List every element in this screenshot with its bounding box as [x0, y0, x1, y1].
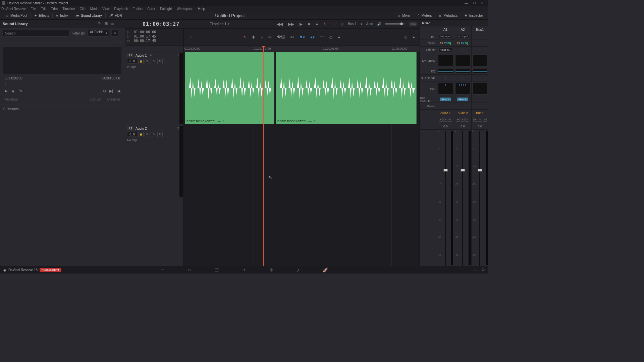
next-icon[interactable]: › [120, 40, 121, 44]
play-icon[interactable]: ▶ [300, 22, 303, 26]
eq-graph[interactable] [437, 68, 454, 75]
pan-control[interactable] [437, 81, 454, 96]
menu-item[interactable]: Trim [51, 7, 58, 11]
list-view-icon[interactable]: ☰ [110, 21, 115, 26]
settings-icon[interactable]: ⎚ [341, 22, 343, 26]
auto-label[interactable]: Auto [366, 22, 373, 26]
minimize-button[interactable]: — [462, 1, 470, 5]
prev-clip-icon[interactable]: |◀ [116, 89, 120, 93]
effects-slot[interactable]: Noise R... [437, 47, 454, 53]
automation-tool-icon[interactable]: 〰 [320, 35, 324, 40]
play-out-icon[interactable]: ▷ [127, 35, 131, 38]
pan-control[interactable] [472, 81, 488, 96]
bus-output[interactable]: Bus 1 [454, 96, 471, 103]
deliver-page-icon[interactable]: 🚀 [323, 267, 328, 273]
dot-icon[interactable]: ● [338, 35, 340, 40]
track-header-a2[interactable]: A2 Audio 2 2.0 0.0 🔒 R S M No Clip [125, 125, 183, 198]
dynamics-graph[interactable] [472, 53, 488, 68]
media-pool-toggle[interactable]: ▭ Media Pool [3, 14, 30, 17]
cancel-button[interactable]: Cancel [90, 97, 101, 101]
bus-sends[interactable]: + [454, 75, 471, 81]
menu-item[interactable]: Help [198, 7, 205, 11]
bus-label[interactable]: Bus 1 [348, 22, 357, 26]
media-page-icon[interactable]: ▭ [160, 267, 164, 273]
options-icon[interactable]: ⋯ [117, 21, 122, 26]
lock-button[interactable]: 🔒 [138, 132, 144, 137]
effects-slot[interactable]: + [454, 47, 471, 53]
audio-clip[interactable]: RODE PODCASTER.mov_1 [185, 52, 274, 124]
link-icon[interactable]: ⚯ [290, 35, 294, 40]
edit-page-icon[interactable]: ☷ [215, 267, 219, 273]
menu-item[interactable]: Color [147, 7, 155, 11]
mute-button[interactable]: M [157, 59, 163, 64]
track-volume[interactable]: 0.0 [127, 59, 137, 64]
play-in-icon[interactable]: ▷ [127, 30, 131, 34]
grid-view-icon[interactable]: ▦ [103, 21, 109, 26]
group-slot[interactable] [437, 103, 454, 110]
menu-item[interactable]: View [102, 7, 110, 11]
settings-icon[interactable]: ⚙ [481, 267, 485, 272]
input-slot[interactable]: No Input [454, 33, 471, 40]
fairlight-page-icon[interactable]: ♪ [297, 267, 299, 273]
keyframe-icon[interactable]: ◇ [329, 35, 332, 40]
filter-field-select[interactable]: All Fields [88, 30, 109, 37]
dim-button[interactable]: DIM [409, 22, 417, 26]
playhead[interactable] [263, 46, 264, 266]
search-input[interactable] [3, 30, 70, 37]
meters-toggle[interactable]: ▯ Meters [415, 14, 435, 17]
menu-item[interactable]: Timeline [62, 7, 75, 11]
next-clip-icon[interactable]: ▶| [109, 89, 113, 93]
stop-icon[interactable]: ■ [12, 89, 14, 93]
timecode-display[interactable]: 01:00:03:27 [143, 21, 179, 27]
effects-slot[interactable]: + [472, 47, 488, 53]
audio-clip[interactable]: RODE PODCASTER.mov_1 [276, 52, 417, 124]
bus-output[interactable]: Bus 1 [437, 96, 454, 103]
flag-icon[interactable]: ⚑▾ [299, 35, 305, 40]
fader[interactable]: 0-5-10-15-20-30-40-50 [454, 130, 471, 266]
dynamics-graph[interactable] [454, 53, 471, 68]
edit-tool-icon[interactable]: ⎀ [261, 35, 263, 40]
solo-button[interactable]: S [151, 59, 156, 64]
track-name[interactable]: Audio 1 [136, 54, 147, 57]
razor-tool-icon[interactable]: ✂ [268, 35, 272, 40]
fader[interactable]: 0-5-10-15-20-30-40-50 [472, 130, 488, 266]
track-header-a1[interactable]: A1 Audio 1 fx 1.0 0.0 🔒 R S M 2 Clips [125, 52, 183, 125]
home-icon[interactable]: ⌂ [474, 267, 477, 272]
stop-icon[interactable]: ■ [308, 22, 310, 26]
sort-icon[interactable]: ⇅ [97, 21, 102, 26]
effects-toggle[interactable]: ✦ Effects [32, 14, 52, 17]
mixer-toggle[interactable]: ⎚ Mixer [395, 14, 413, 17]
confirm-button[interactable]: Confirm [107, 97, 120, 101]
prev-icon[interactable]: ‹ [117, 40, 118, 44]
group-slot[interactable] [472, 103, 488, 110]
arm-button[interactable]: R [145, 59, 150, 64]
bus-sends[interactable]: + [437, 75, 454, 81]
inspector-toggle[interactable]: ✥ Inspector [462, 14, 486, 17]
menu-item[interactable]: Clip [80, 7, 86, 11]
loop-icon[interactable]: ↻ [323, 22, 327, 26]
maximize-button[interactable]: ☐ [470, 1, 478, 5]
menu-item[interactable]: Fusion [132, 7, 143, 11]
close-button[interactable]: ✕ [478, 1, 486, 5]
forward-icon[interactable]: ▶▶ [288, 22, 294, 26]
menu-item[interactable]: DaVinci Resolve [1, 7, 26, 11]
solo-button[interactable]: S [151, 132, 156, 137]
color-page-icon[interactable]: ❋ [270, 267, 273, 273]
bus-output[interactable] [472, 96, 488, 103]
filter-options-button[interactable]: ≡ [112, 30, 118, 37]
record-icon[interactable]: ● [316, 22, 318, 26]
selection-tool-icon[interactable]: ↖ [243, 35, 247, 40]
arm-button[interactable]: R [145, 132, 150, 137]
automation-icon[interactable]: 〰 [333, 22, 337, 26]
loop-icon[interactable]: ↻ [19, 89, 22, 93]
menu-item[interactable]: Edit [41, 7, 46, 11]
track-lane-a2[interactable] [184, 125, 420, 198]
fusion-page-icon[interactable]: ✦ [243, 267, 246, 273]
input-slot[interactable] [472, 33, 488, 40]
eq-graph[interactable] [454, 68, 471, 75]
dynamics-graph[interactable] [437, 53, 454, 68]
mute-button[interactable]: M [157, 132, 163, 137]
range-tool-icon[interactable]: ✚ [252, 35, 255, 40]
lock-button[interactable]: 🔒 [138, 59, 144, 64]
preview-scrubber[interactable] [5, 82, 120, 85]
